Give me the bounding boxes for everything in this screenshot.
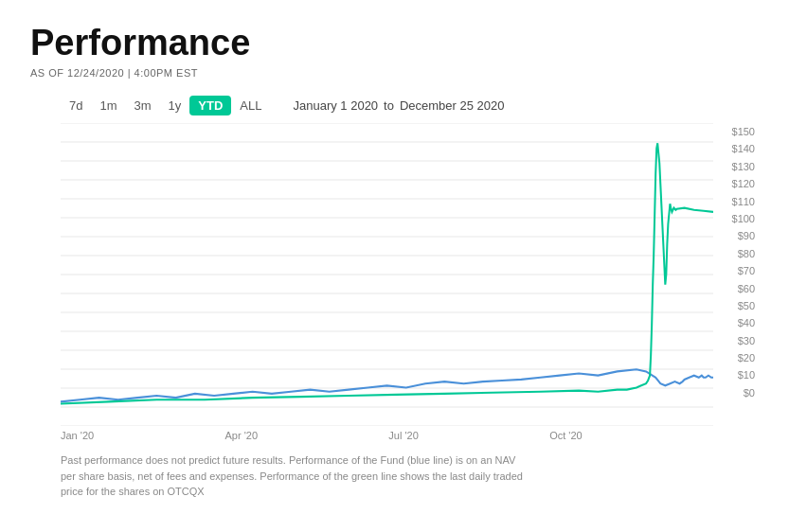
y-label-110: $110	[732, 197, 755, 207]
y-label-150: $150	[732, 127, 755, 137]
date-end: December 25 2020	[400, 98, 505, 113]
y-label-70: $70	[738, 266, 755, 276]
y-label-120: $120	[732, 179, 755, 189]
y-label-140: $140	[732, 144, 755, 154]
period-3m[interactable]: 3m	[126, 96, 160, 115]
period-ytd[interactable]: YTD	[189, 96, 231, 115]
blue-line	[61, 369, 713, 401]
green-line	[61, 143, 713, 403]
y-label-80: $80	[738, 249, 755, 259]
date-from: January 1 2020	[293, 98, 378, 113]
disclaimer: Past performance does not predict future…	[30, 452, 523, 500]
period-all[interactable]: ALL	[231, 96, 270, 115]
x-label-oct: Oct '20	[549, 430, 583, 441]
y-label-10: $10	[738, 370, 755, 381]
x-label-jul: Jul '20	[388, 430, 418, 441]
period-7d[interactable]: 7d	[61, 96, 91, 115]
y-label-50: $50	[738, 301, 755, 311]
y-label-130: $130	[732, 162, 755, 172]
period-1y[interactable]: 1y	[160, 96, 190, 115]
y-label-40: $40	[738, 318, 755, 328]
chart-svg	[61, 123, 713, 426]
as-of-date: AS OF 12/24/2020 | 4:00PM EST	[30, 67, 759, 79]
y-label-100: $100	[732, 214, 755, 224]
period-controls: 7d 1m 3m 1y YTD ALL January 1 2020 to De…	[30, 96, 759, 115]
period-1m[interactable]: 1m	[91, 96, 125, 115]
y-label-20: $20	[738, 353, 755, 364]
date-to: to	[384, 98, 394, 113]
x-axis: Jan '20 Apr '20 Jul '20 Oct '20	[30, 430, 759, 441]
x-label-jan: Jan '20	[61, 430, 94, 441]
y-label-30: $30	[738, 336, 755, 346]
y-label-60: $60	[738, 284, 755, 294]
x-label-apr: Apr '20	[224, 430, 258, 441]
page-title: Performance	[30, 23, 759, 63]
y-axis: $150 $140 $130 $120 $110 $100 $90 $80 $7…	[713, 123, 759, 402]
y-label-90: $90	[738, 231, 755, 241]
chart-area	[30, 123, 713, 426]
y-label-0: $0	[744, 388, 755, 399]
